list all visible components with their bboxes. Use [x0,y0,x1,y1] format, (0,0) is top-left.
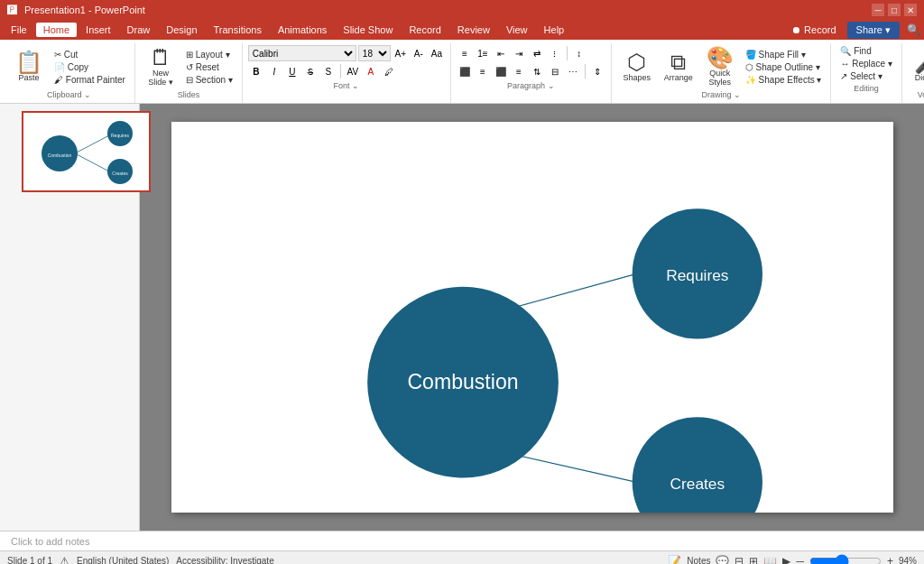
shape-fill-button[interactable]: 🪣 Shape Fill ▾ [742,49,826,60]
notes-label[interactable]: Notes [687,556,710,564]
new-slide-button[interactable]: 🗒 NewSlide ▾ [141,45,180,88]
title-bar-filename: Presentation1 - PowerPoint [24,5,145,15]
menu-review[interactable]: Review [450,23,497,37]
font-name-select[interactable]: Calibri [248,45,356,61]
thumb-content: Combustion Requires Creates [23,113,149,190]
main-area: 1 Combustion Requires Creates [0,104,924,531]
slide-sorter-icon[interactable]: ⊞ [749,555,758,565]
format-painter-button[interactable]: 🖌 Format Painter [51,74,129,86]
slide-thumbnail[interactable]: Combustion Requires Creates [22,111,151,192]
replace-button[interactable]: ↔ Replace ▾ [836,58,895,69]
slides-content: 🗒 NewSlide ▾ ⊞ Layout ▾ ↺ Reset ⊟ Sectio… [141,45,236,88]
slide-canvas[interactable]: Combustion Requires Creates [171,122,893,513]
clipboard-label: Clipboard ⌄ [47,88,91,101]
accessibility-status[interactable]: Accessibility: Investigate [176,556,273,564]
slides-label: Slides [178,88,200,101]
justify-button[interactable]: ≡ [511,63,527,79]
menu-design[interactable]: Design [159,23,204,37]
strikethrough-button[interactable]: S̶ [302,63,319,79]
cut-button[interactable]: ✂ Cut [51,49,129,60]
change-case-button[interactable]: Aa [429,45,445,61]
normal-view-icon[interactable]: ⊟ [735,555,744,565]
direction-button[interactable]: ⇄ [529,45,545,61]
arrange-label: Arrange [664,73,693,82]
italic-button[interactable]: I [266,63,282,79]
zoom-slider[interactable] [809,554,882,565]
menu-draw[interactable]: Draw [120,23,158,37]
editing-label: Editing [854,82,879,95]
paste-button[interactable]: 📋 Paste [9,50,49,84]
presentation-view-icon[interactable]: ▶ [782,555,790,565]
highlight-button[interactable]: 🖊 [381,63,397,79]
title-bar: 🅿 Presentation1 - PowerPoint ─ □ ✕ [0,0,924,20]
menu-insert[interactable]: Insert [79,23,118,37]
record-button[interactable]: ⏺ Record [782,22,845,38]
zoom-level[interactable]: 94% [899,556,917,564]
menu-transitions[interactable]: Transitions [207,23,269,37]
maximize-button[interactable]: □ [888,4,901,16]
minimize-button[interactable]: ─ [872,4,884,16]
line-spacing-button[interactable]: ⇕ [589,63,605,79]
requires-label: Requires [666,266,729,284]
notes-area[interactable]: Click to add notes [0,531,924,550]
find-button[interactable]: 🔍 Find [836,45,895,57]
notes-toggle[interactable]: 📝 [668,555,681,565]
search-icon[interactable]: 🔍 [907,23,920,36]
columns-button[interactable]: ⫶ [547,45,563,61]
more-para-button[interactable]: ↕ [571,45,587,61]
layout-button[interactable]: ⊞ Layout ▾ [182,49,236,60]
bullets-button[interactable]: ≡ [457,45,473,61]
menu-bar: File Home Insert Draw Design Transitions… [0,20,924,40]
align-text-button[interactable]: ⊟ [547,63,563,79]
menu-record[interactable]: Record [402,23,448,37]
select-button[interactable]: ↗ Select ▾ [836,70,895,82]
shadow-button[interactable]: S [320,63,337,79]
drawing-group: ⬡ Shapes ⧉ Arrange 🎨 QuickStyles 🪣 Shape… [612,43,832,103]
share-button[interactable]: Share ▾ [847,22,900,39]
quick-styles-button[interactable]: 🎨 QuickStyles [700,45,740,88]
shapes-label: Shapes [624,73,651,82]
menu-help[interactable]: Help [537,23,572,37]
reading-view-icon[interactable]: 📖 [763,555,777,565]
clipboard-group: 📋 Paste ✂ Cut 📄 Copy 🖌 Format Painter Cl… [4,43,135,103]
paragraph-label: Paragraph ⌄ [507,79,555,92]
accessibility-icon[interactable]: ⚠ [60,555,69,565]
underline-button[interactable]: U [284,63,300,79]
dictate-button[interactable]: 🎤 Dictate [908,50,924,84]
zoom-in-icon[interactable]: + [887,555,893,565]
text-direction-button[interactable]: ⇅ [529,63,545,79]
menu-slideshow[interactable]: Slide Show [336,23,400,37]
comments-icon[interactable]: 💬 [716,555,729,565]
quick-styles-icon: 🎨 [707,47,734,69]
bold-button[interactable]: B [248,63,264,79]
svg-line-1 [75,153,109,171]
font-size-select[interactable]: 18 [358,45,391,61]
menu-animations[interactable]: Animations [271,23,334,37]
menu-file[interactable]: File [4,23,34,37]
align-center-button[interactable]: ≡ [475,63,491,79]
copy-button[interactable]: 📄 Copy [51,61,129,73]
font-increase-button[interactable]: A+ [393,45,409,61]
dictate-icon: 🎤 [914,51,924,73]
zoom-out-icon[interactable]: ─ [796,555,804,565]
menu-view[interactable]: View [499,23,535,37]
char-spacing-button[interactable]: AV [345,63,361,79]
font-color-button[interactable]: A [363,63,379,79]
increase-indent-button[interactable]: ⇥ [511,45,527,61]
reset-button[interactable]: ↺ Reset [182,61,236,73]
section-button[interactable]: ⊟ Section ▾ [182,74,236,86]
smartart-button[interactable]: ⋯ [565,63,581,79]
align-left-button[interactable]: ⬛ [457,63,473,79]
shape-effects-button[interactable]: ✨ Shape Effects ▾ [742,74,826,86]
menu-home[interactable]: Home [36,23,77,37]
shapes-button[interactable]: ⬡ Shapes [617,50,657,84]
align-right-button[interactable]: ⬛ [493,63,509,79]
drawing-small: 🪣 Shape Fill ▾ ⬡ Shape Outline ▾ ✨ Shape… [742,49,826,86]
numbering-button[interactable]: 1≡ [475,45,491,61]
font-decrease-button[interactable]: A- [411,45,427,61]
shape-outline-button[interactable]: ⬡ Shape Outline ▾ [742,61,826,73]
decrease-indent-button[interactable]: ⇤ [493,45,509,61]
close-button[interactable]: ✕ [904,4,917,16]
clipboard-small: ✂ Cut 📄 Copy 🖌 Format Painter [51,49,129,86]
arrange-button[interactable]: ⧉ Arrange [659,50,698,84]
